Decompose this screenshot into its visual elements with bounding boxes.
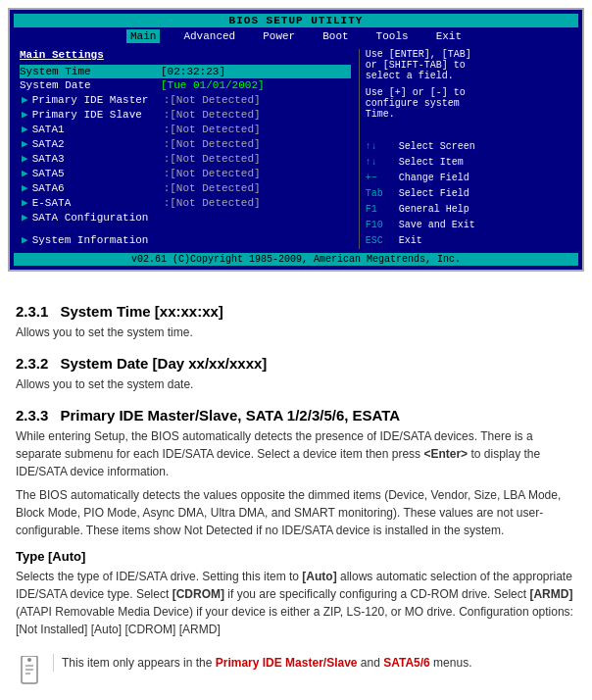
- help-line-7: Time.: [366, 109, 572, 120]
- section-title-233: Primary IDE Master/Slave, SATA 1/2/3/5/6…: [60, 407, 400, 424]
- note-text: This item only appears in the Primary ID…: [53, 654, 471, 672]
- arrow-icon: ▶: [22, 93, 28, 106]
- legend-item: ↑↓ Select Item: [366, 155, 572, 171]
- note-highlight-2: SATA5/6: [383, 656, 430, 670]
- bios-screen: BIOS SETUP UTILITY Main Advanced Power B…: [8, 8, 584, 272]
- legend-key-f10: F10: [366, 218, 395, 233]
- arrow-icon: ▶: [22, 123, 28, 135]
- esata-label: E-SATA: [32, 197, 160, 209]
- doc-para-233-2: The BIOS automatically detects the value…: [16, 486, 576, 539]
- sata3-value: :[Not Detected]: [164, 153, 261, 165]
- nav-exit[interactable]: Exit: [432, 29, 466, 43]
- documentation: 2.3.1System Time [xx:xx:xx] Allows you t…: [0, 279, 592, 700]
- legend: ↑↓ Select Screen ↑↓ Select Item +− Chang…: [366, 139, 572, 249]
- legend-desc-change: Change Field: [399, 171, 469, 186]
- sata6-label: SATA6: [32, 182, 160, 194]
- system-time-row[interactable]: System Time [02:32:23]: [20, 65, 351, 78]
- esata-value: :[Not Detected]: [164, 197, 261, 209]
- nav-tools[interactable]: Tools: [372, 29, 413, 43]
- doc-section-231: 2.3.1System Time [xx:xx:xx]: [16, 303, 576, 320]
- sata6-value: :[Not Detected]: [164, 182, 261, 194]
- armd-bold: [ARMD]: [529, 587, 572, 601]
- primary-ide-slave-label: Primary IDE Slave: [32, 109, 160, 121]
- sata1-value: :[Not Detected]: [164, 124, 261, 135]
- sata2[interactable]: ▶ SATA2 :[Not Detected]: [20, 136, 351, 151]
- nav-power[interactable]: Power: [259, 29, 299, 43]
- sata5-value: :[Not Detected]: [164, 168, 261, 179]
- help-line-6: configure system: [366, 98, 572, 109]
- section-title-231: System Time [xx:xx:xx]: [60, 303, 222, 320]
- sata2-value: :[Not Detected]: [164, 138, 261, 150]
- legend-desc-help: General Help: [399, 202, 469, 218]
- nav-main[interactable]: Main: [126, 29, 160, 43]
- legend-help: F1 General Help: [366, 202, 572, 218]
- section-num-232: 2.3.2: [16, 355, 48, 372]
- nav-boot[interactable]: Boot: [319, 29, 352, 43]
- arrow-icon: ▶: [22, 137, 28, 150]
- note-box: This item only appears in the Primary ID…: [16, 648, 576, 699]
- sata5[interactable]: ▶ SATA5 :[Not Detected]: [20, 166, 351, 180]
- legend-desc-screen: Select Screen: [399, 139, 475, 155]
- legend-key-change: +−: [366, 171, 395, 186]
- sata6[interactable]: ▶ SATA6 :[Not Detected]: [20, 180, 351, 195]
- help-line-2: or [SHIFT-TAB] to: [366, 60, 572, 71]
- auto-bold: [Auto]: [302, 570, 336, 583]
- section-num-233: 2.3.3: [16, 407, 48, 424]
- legend-key-screen: ↑↓: [366, 139, 395, 155]
- primary-ide-slave[interactable]: ▶ Primary IDE Slave :[Not Detected]: [20, 107, 351, 122]
- system-time-value: [02:32:23]: [161, 66, 225, 77]
- help-line-1: Use [ENTER], [TAB]: [366, 49, 572, 60]
- legend-desc-save: Save and Exit: [399, 218, 475, 233]
- primary-ide-master-value: :[Not Detected]: [164, 94, 261, 106]
- primary-ide-master[interactable]: ▶ Primary IDE Master :[Not Detected]: [20, 92, 351, 107]
- arrow-icon: ▶: [22, 233, 28, 246]
- bios-title: BIOS SETUP UTILITY: [14, 14, 578, 27]
- sata3[interactable]: ▶ SATA3 :[Not Detected]: [20, 151, 351, 166]
- system-time-label: System Time: [20, 66, 157, 77]
- sata-config[interactable]: ▶ SATA Configuration: [20, 210, 351, 225]
- help-line-5: Use [+] or [-] to: [366, 87, 572, 98]
- legend-field: Tab Select Field: [366, 186, 572, 202]
- primary-ide-slave-value: :[Not Detected]: [164, 109, 261, 121]
- help-line-3: select a field.: [366, 71, 572, 81]
- legend-key-item: ↑↓: [366, 155, 395, 171]
- nav-advanced[interactable]: Advanced: [179, 29, 239, 43]
- legend-key-tab: Tab: [366, 186, 395, 202]
- legend-desc-exit: Exit: [399, 233, 422, 249]
- sata2-label: SATA2: [32, 138, 160, 150]
- legend-save: F10 Save and Exit: [366, 218, 572, 233]
- arrow-icon: ▶: [22, 196, 28, 209]
- note-icon: [16, 656, 43, 693]
- system-date-value: [Tue 01/01/2002]: [161, 79, 265, 91]
- legend-key-esc: ESC: [366, 233, 395, 249]
- type-auto-para: Selects the type of IDE/SATA drive. Sett…: [16, 568, 576, 638]
- primary-ide-master-label: Primary IDE Master: [32, 94, 160, 106]
- section-num-231: 2.3.1: [16, 303, 48, 320]
- legend-change: +− Change Field: [366, 171, 572, 186]
- system-date-row[interactable]: System Date [Tue 01/01/2002]: [20, 78, 351, 92]
- svg-point-3: [27, 658, 31, 662]
- section-title-232: System Date [Day xx/xx/xxxx]: [60, 355, 267, 372]
- system-info[interactable]: ▶ System Information: [20, 232, 351, 247]
- arrow-icon: ▶: [22, 108, 28, 121]
- arrow-icon: ▶: [22, 181, 28, 194]
- doc-para-231: Allows you to set the system time.: [16, 324, 576, 341]
- legend-key-f1: F1: [366, 202, 395, 218]
- enter-bold: <Enter>: [423, 447, 468, 461]
- sata5-label: SATA5: [32, 168, 160, 179]
- esata[interactable]: ▶ E-SATA :[Not Detected]: [20, 195, 351, 210]
- system-date-label: System Date: [20, 79, 157, 91]
- bios-help-panel: Use [ENTER], [TAB] or [SHIFT-TAB] to sel…: [359, 49, 572, 249]
- legend-desc-item: Select Item: [399, 155, 464, 171]
- doc-section-233: 2.3.3Primary IDE Master/Slave, SATA 1/2/…: [16, 407, 576, 424]
- bios-body: Main Settings System Time [02:32:23] Sys…: [14, 45, 578, 253]
- note-highlight-1: Primary IDE Master/Slave: [216, 656, 358, 670]
- legend-exit: ESC Exit: [366, 233, 572, 249]
- bios-main-panel: Main Settings System Time [02:32:23] Sys…: [20, 49, 351, 249]
- arrow-icon: ▶: [22, 152, 28, 165]
- doc-para-232: Allows you to set the system date.: [16, 375, 576, 393]
- bios-nav[interactable]: Main Advanced Power Boot Tools Exit: [14, 27, 578, 45]
- sata1[interactable]: ▶ SATA1 :[Not Detected]: [20, 122, 351, 136]
- sata1-label: SATA1: [32, 124, 160, 135]
- type-auto-title: Type [Auto]: [16, 549, 576, 564]
